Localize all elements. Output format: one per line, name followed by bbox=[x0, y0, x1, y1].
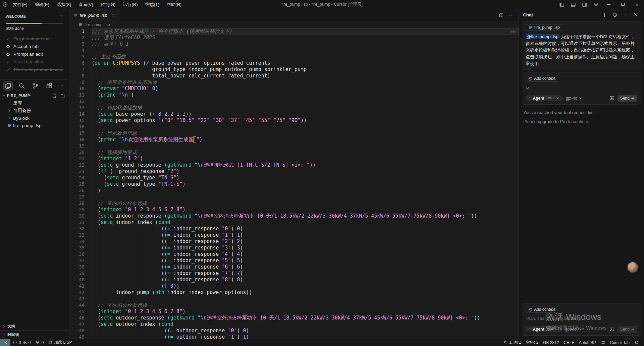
code-line[interactable]: (initget "0 1 2 3 4 5 6 7 8") bbox=[92, 308, 519, 315]
add-context-chip[interactable]: @ Add context bbox=[526, 75, 558, 82]
code-line[interactable]: (setq indoor_response (getkword "\n选择室内消… bbox=[92, 213, 519, 219]
problems-indicator[interactable]: 0 0 bbox=[10, 339, 33, 346]
toggle-panel-icon[interactable] bbox=[568, 0, 579, 9]
code-line[interactable]: ;; 主命令函数 bbox=[92, 54, 519, 60]
explorer-section-header[interactable]: FIRE_PUMP bbox=[0, 92, 69, 100]
ports-indicator[interactable]: 0 bbox=[33, 339, 46, 346]
welcome-item[interactable]: Finish onboarding bbox=[6, 35, 63, 43]
code-editor[interactable]: 1234567891011121314151617181920212223242… bbox=[69, 28, 519, 339]
code-line[interactable]: (initget "1 2") bbox=[92, 156, 519, 162]
maximize-button[interactable] bbox=[616, 0, 630, 9]
code-line[interactable] bbox=[92, 296, 519, 302]
code-line[interactable]: ;; 清空命令行并关闭回显 bbox=[92, 79, 519, 85]
welcome-item[interactable]: Accept a tab bbox=[6, 43, 63, 50]
model-selector[interactable]: gpt-4o bbox=[565, 327, 582, 332]
code-line[interactable]: ;;; 版本: 6.1 bbox=[92, 41, 519, 47]
load-lisp-task[interactable]: 加载 LISP bbox=[46, 339, 74, 346]
chat-history-icon[interactable] bbox=[610, 12, 620, 17]
code-line[interactable]: (setq ground_type "TN-C-S") bbox=[92, 181, 519, 187]
minimize-button[interactable] bbox=[602, 0, 616, 9]
autolisp-extension-icon[interactable] bbox=[598, 339, 608, 346]
code-line[interactable] bbox=[92, 194, 519, 200]
send-button[interactable]: Send↵ bbox=[618, 95, 637, 102]
welcome-close-icon[interactable] bbox=[59, 14, 63, 19]
chat-input-placeholder[interactable]: Plan, search, build anything bbox=[526, 316, 637, 321]
code-line[interactable]: (setq outdoor_response (getkword "\n选择室外… bbox=[92, 315, 519, 321]
attach-image-icon[interactable] bbox=[609, 96, 614, 101]
file-mention[interactable]: @fire_pump .lsp bbox=[526, 34, 559, 39]
context-file-chip[interactable]: fire_pump .lsp bbox=[526, 24, 562, 31]
new-chat-icon[interactable] bbox=[599, 12, 610, 17]
editor-more-actions-icon[interactable] bbox=[509, 13, 514, 18]
menu-item[interactable]: 转到(G) bbox=[98, 1, 119, 9]
tree-folder[interactable]: 废弃 bbox=[0, 100, 69, 107]
notifications-bell-icon[interactable] bbox=[632, 339, 641, 346]
files-icon[interactable] bbox=[3, 81, 13, 91]
menu-item[interactable]: 终端(T) bbox=[142, 1, 162, 9]
code-line[interactable]: ;; 显示欢迎信息 bbox=[92, 130, 519, 136]
code-line[interactable]: (setvar "CMDECHO" 0) bbox=[92, 85, 519, 92]
code-line[interactable]: (princ "\n欢迎使用水泵房系统图生成器!") bbox=[92, 136, 519, 143]
menu-item[interactable]: 运行(R) bbox=[120, 1, 141, 9]
code-line[interactable]: ;; 初始化基础数据 bbox=[92, 105, 519, 111]
code-line[interactable]: ((= indoor_response "6") 6) bbox=[92, 264, 519, 270]
code-line[interactable]: ;;; 水泵房系统图生成器 - 命令行版本 (使用图块替代文本) bbox=[92, 28, 519, 35]
code-line[interactable]: ((= indoor_response "3") 3) bbox=[92, 245, 519, 251]
chevron-down-icon[interactable] bbox=[58, 82, 66, 90]
code-line[interactable]: ground_type indoor_pump outdoor_pump spr… bbox=[92, 66, 519, 73]
chat-more-icon[interactable] bbox=[620, 12, 631, 17]
remote-indicator[interactable] bbox=[0, 339, 10, 346]
status-item[interactable]: CRLF bbox=[561, 339, 576, 346]
code-line[interactable]: (initget "0 1 2 3 4 5 6 7 8") bbox=[92, 207, 519, 213]
code-line[interactable]: ;; 选择接地形式 bbox=[92, 149, 519, 156]
welcome-item[interactable]: Chat with your codebase bbox=[6, 66, 63, 73]
source-control-icon[interactable] bbox=[31, 81, 40, 91]
sidebar-section-时间线[interactable]: 时间线 bbox=[0, 330, 69, 339]
status-item[interactable]: GB 2312 bbox=[541, 339, 561, 346]
code-line[interactable]: (princ "\n") bbox=[92, 92, 519, 98]
breadcrumb[interactable]: fire_pump .lsp bbox=[69, 21, 519, 28]
welcome-item[interactable]: Prompt an edit bbox=[6, 50, 63, 58]
tab-fire-pump-lsp[interactable]: fire_pump .lsp bbox=[69, 9, 119, 21]
code-line[interactable]: ;; 室内消火栓泵选择 bbox=[92, 200, 519, 207]
status-item[interactable]: AutoLISP bbox=[577, 339, 598, 346]
code-line[interactable]: ((= indoor_response "2") 2) bbox=[92, 238, 519, 245]
add-context-chip[interactable]: @ Add context bbox=[526, 306, 558, 313]
extensions-icon[interactable] bbox=[45, 81, 54, 91]
menu-item[interactable]: 帮助(H) bbox=[164, 1, 184, 9]
chat-composer-top[interactable]: @ Add context 5 ∞ Agent Ctrl+I gpt-4o bbox=[522, 72, 641, 105]
split-editor-icon[interactable] bbox=[499, 13, 504, 18]
code-line[interactable] bbox=[92, 98, 519, 105]
close-window-button[interactable] bbox=[630, 0, 644, 9]
chat-input-value[interactable]: 5 bbox=[526, 85, 637, 90]
tab-close-icon[interactable] bbox=[111, 13, 115, 18]
toggle-primary-sidebar-icon[interactable] bbox=[556, 0, 568, 9]
code-line[interactable]: ((= indoor_response "1") 1) bbox=[92, 232, 519, 238]
code-line[interactable]: (T 0)) bbox=[92, 283, 519, 289]
cursor-tab-status[interactable]: Cursor Tab bbox=[608, 339, 632, 346]
code-line[interactable]: indoor_pump (nth indoor_index power_opti… bbox=[92, 289, 519, 296]
code-line[interactable] bbox=[92, 124, 519, 130]
code-line[interactable]: (setq ground_type "TN-S") bbox=[92, 175, 519, 181]
code-line[interactable]: ((= outdoor_response "1") 1) bbox=[92, 334, 519, 339]
send-button[interactable]: Send↵ bbox=[618, 326, 637, 333]
code-line[interactable]: (setq indoor_index (cond bbox=[92, 219, 519, 226]
settings-gear-icon[interactable] bbox=[590, 0, 602, 9]
avatar[interactable] bbox=[628, 262, 638, 273]
code-line[interactable]: ) bbox=[92, 187, 519, 194]
status-item[interactable]: 空格: 2 bbox=[524, 339, 541, 346]
menu-item[interactable]: 编辑(E) bbox=[32, 1, 52, 9]
model-selector[interactable]: gpt-4o bbox=[566, 96, 583, 101]
menu-item[interactable]: 查看(V) bbox=[75, 1, 96, 9]
code-line[interactable]: ((= indoor_response "4") 4) bbox=[92, 251, 519, 257]
code-line[interactable]: ((= indoor_response "0") 0) bbox=[92, 226, 519, 232]
agent-mode-selector[interactable]: ∞ Agent Ctrl+I bbox=[526, 95, 563, 101]
attach-image-icon[interactable] bbox=[609, 327, 614, 332]
code-line[interactable]: ;; 室外消火栓泵选择 bbox=[92, 302, 519, 308]
code-line[interactable]: (if (= ground_response "2") bbox=[92, 168, 519, 175]
agent-mode-selector[interactable]: ∞ Agent Ctrl+I bbox=[526, 326, 562, 332]
code-line[interactable]: ((= outdoor_response "0") 0) bbox=[92, 328, 519, 334]
chat-composer-bottom[interactable]: @ Add context Plan, search, build anythi… bbox=[522, 303, 641, 336]
new-folder-icon[interactable] bbox=[59, 93, 67, 98]
scrollbar-thumb[interactable] bbox=[511, 31, 516, 33]
